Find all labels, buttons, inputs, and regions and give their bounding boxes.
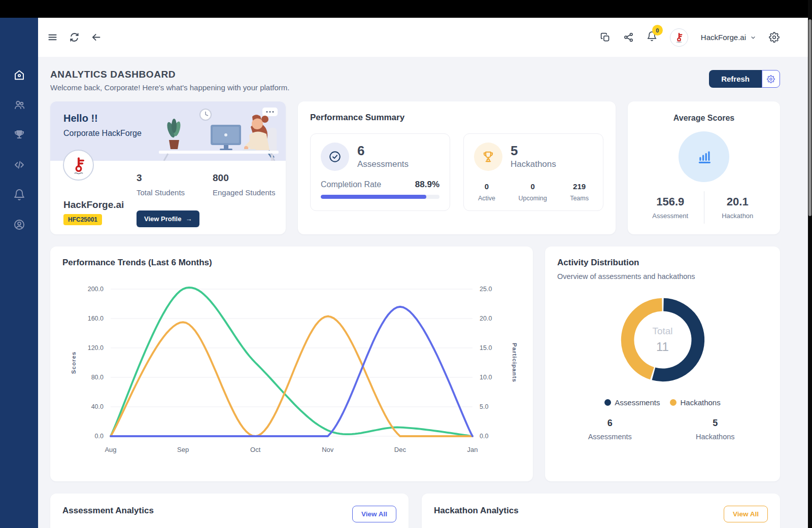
engaged-students-stat: 800 Engaged Students <box>213 172 275 197</box>
stat-value: 6 <box>557 418 663 429</box>
notifications-icon[interactable] <box>13 189 25 201</box>
completion-progress-fill <box>321 195 426 199</box>
svg-text:Oct: Oct <box>250 446 261 453</box>
hackathons-icon[interactable] <box>13 129 25 141</box>
card-subtitle: Overview of assessments and hackathons <box>557 272 768 280</box>
stat-label: Active <box>478 195 495 202</box>
card-title: Assessment Analytics <box>62 506 154 516</box>
stat-label: Assessments <box>557 433 663 441</box>
company-code-badge: HFC25001 <box>63 214 102 225</box>
check-circle-icon <box>321 143 349 171</box>
svg-text:Sep: Sep <box>177 446 189 453</box>
chevron-down-icon <box>750 34 756 41</box>
svg-text:Jan: Jan <box>467 446 478 453</box>
legend-label: Assessments <box>615 398 660 407</box>
hello-illustration <box>150 103 283 161</box>
stat-value: 0 <box>518 182 547 191</box>
company-logo-avatar[interactable] <box>63 150 94 181</box>
stat-label: Hackathons <box>663 433 768 441</box>
share-icon[interactable] <box>623 32 634 43</box>
scrollbar-thumb[interactable] <box>808 19 811 216</box>
svg-text:Nov: Nov <box>322 446 334 453</box>
avg-value: 156.9 <box>637 195 704 208</box>
card-title: Performance Trends (Last 6 Months) <box>62 258 521 268</box>
view-all-assessments-button[interactable]: View All <box>352 506 396 522</box>
legend-dot <box>670 399 676 406</box>
settings-gear-icon[interactable] <box>769 32 780 43</box>
completion-progress-track <box>321 195 439 199</box>
arrow-right-icon: → <box>185 215 192 223</box>
page-subtitle: Welcome back, Corporate! Here's what's h… <box>50 83 290 92</box>
stat-label: Total Students <box>137 188 185 197</box>
avg-label: Hackathon <box>704 212 771 220</box>
view-all-hackathons-button[interactable]: View All <box>724 506 768 522</box>
topbar: 0 HackForge.ai <box>38 18 808 57</box>
company-name: HackForge.ai <box>63 199 124 210</box>
svg-text:0.0: 0.0 <box>95 433 104 440</box>
legend-assessments[interactable]: Assessments <box>604 398 660 407</box>
stat-label: Teams <box>570 195 589 202</box>
activity-distribution-card: Activity Distribution Overview of assess… <box>545 247 780 481</box>
view-profile-button[interactable]: View Profile → <box>137 210 199 227</box>
avg-label: Assessment <box>637 212 704 220</box>
svg-text:20.0: 20.0 <box>480 315 492 322</box>
svg-text:160.0: 160.0 <box>88 315 104 322</box>
stat-label: Engaged Students <box>213 188 275 197</box>
svg-text:Participants: Participants <box>512 343 518 382</box>
refresh-icon[interactable] <box>69 32 80 43</box>
svg-text:10.0: 10.0 <box>480 374 492 381</box>
window-top-strip <box>0 0 812 18</box>
completion-rate-label: Completion Rate <box>321 180 381 189</box>
assessment-analytics-card: Assessment Analytics View All <box>50 494 409 528</box>
active-stat: 0 Active <box>478 182 495 202</box>
line-chart: 0.040.080.0120.0160.0200.00.05.010.015.0… <box>62 274 521 463</box>
upcoming-stat: 0 Upcoming <box>518 182 547 202</box>
svg-text:120.0: 120.0 <box>88 344 104 351</box>
notification-badge: 0 <box>652 25 663 36</box>
svg-text:25.0: 25.0 <box>480 286 492 293</box>
assessments-summary-tile: 6 Assessments Completion Rate 88.9% <box>310 133 450 211</box>
scrollbar-track[interactable] <box>808 0 812 528</box>
assessments-total-stat: 6 Assessments <box>557 418 663 441</box>
card-title: Hackathon Analytics <box>434 506 519 516</box>
assessments-label: Assessments <box>357 159 409 169</box>
main-area: 0 HackForge.ai ANALYTICS DASHBOARD Welco… <box>38 18 808 528</box>
profile-icon[interactable] <box>13 219 25 231</box>
stat-value: 3 <box>137 172 185 184</box>
code-icon[interactable] <box>13 159 25 171</box>
back-arrow-icon[interactable] <box>91 32 101 43</box>
notification-bell[interactable]: 0 <box>647 31 657 44</box>
performance-summary-card: Performance Summary 6 Assessments <box>298 101 616 234</box>
hackathons-count: 5 <box>511 144 556 158</box>
assessments-count: 6 <box>357 144 409 158</box>
svg-text:Scores: Scores <box>71 351 77 374</box>
copy-icon[interactable] <box>600 32 611 43</box>
account-menu[interactable]: HackForge.ai <box>701 33 756 42</box>
stat-value: 5 <box>663 418 768 429</box>
legend-label: Hackathons <box>680 398 720 407</box>
svg-text:5.0: 5.0 <box>480 403 488 410</box>
svg-text:40.0: 40.0 <box>91 403 104 410</box>
stat-value: 800 <box>213 172 275 184</box>
assessment-average: 156.9 Assessment <box>637 195 704 220</box>
dashboard-content: ANALYTICS DASHBOARD Welcome back, Corpor… <box>38 57 808 528</box>
page-title: ANALYTICS DASHBOARD <box>50 69 290 80</box>
hackathons-summary-tile: 5 Hackathons 0 Active 0 Upcoming <box>463 133 603 211</box>
avatar[interactable] <box>670 28 688 47</box>
hello-card: Hello !! Corporate HackForge <box>50 101 286 234</box>
avg-value: 20.1 <box>704 195 771 208</box>
card-title: Activity Distribution <box>557 258 768 268</box>
menu-icon[interactable] <box>47 32 58 43</box>
refresh-button[interactable]: Refresh <box>709 70 762 88</box>
legend-hackathons[interactable]: Hackathons <box>670 398 720 407</box>
svg-text:80.0: 80.0 <box>91 374 104 381</box>
svg-text:Dec: Dec <box>394 446 407 453</box>
hackathons-total-stat: 5 Hackathons <box>663 418 768 441</box>
svg-text:200.0: 200.0 <box>88 286 104 293</box>
account-name: HackForge.ai <box>701 33 746 42</box>
home-icon[interactable] <box>13 69 25 81</box>
students-icon[interactable] <box>13 99 25 111</box>
gear-icon <box>767 75 775 83</box>
refresh-settings-button[interactable] <box>762 70 780 88</box>
view-profile-label: View Profile <box>144 215 181 223</box>
